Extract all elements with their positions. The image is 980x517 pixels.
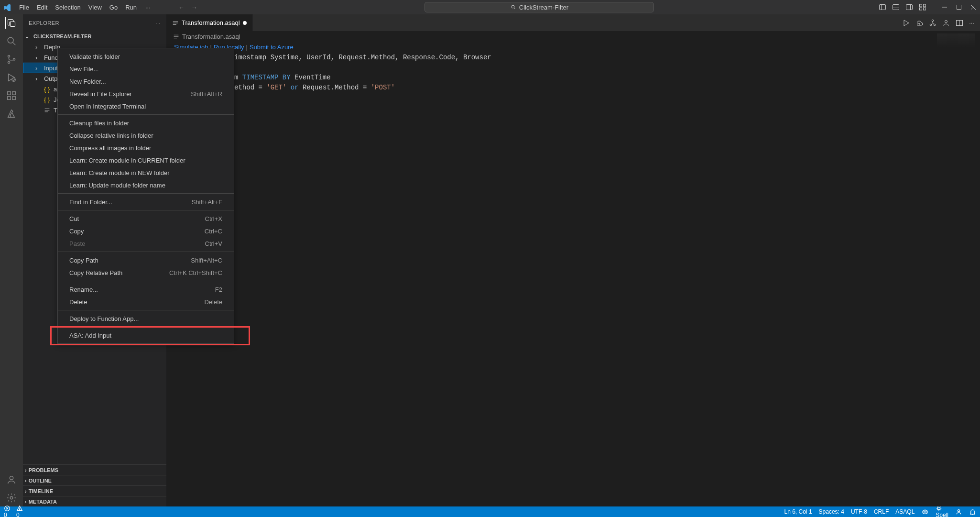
diagram-icon[interactable]: [929, 19, 936, 27]
svg-point-53: [958, 509, 959, 511]
tree-label: Outp: [44, 75, 57, 82]
azure-icon[interactable]: [6, 108, 17, 120]
section-problems[interactable]: ›PROBLEMS: [23, 464, 166, 475]
code-editor[interactable]: SELECT System.Timestamp Systime, UserId,…: [166, 53, 980, 506]
person-icon[interactable]: [942, 19, 950, 27]
editor-tab-transformation[interactable]: Transformation.asaql: [166, 14, 253, 31]
svg-rect-13: [957, 5, 961, 10]
status-ln-6-col-1[interactable]: Ln 6, Col 1: [784, 508, 812, 515]
layout-bottom-icon[interactable]: [892, 3, 900, 11]
status-crlf[interactable]: CRLF: [874, 508, 889, 515]
svg-rect-10: [920, 8, 922, 10]
menu-edit[interactable]: Edit: [33, 3, 51, 12]
source-control-icon[interactable]: [6, 54, 17, 65]
ctx-deploy-to-function-app[interactable]: Deploy to Function App...: [58, 312, 234, 325]
json-icon: { }: [44, 86, 52, 93]
menu-file[interactable]: File: [15, 3, 33, 12]
settings-gear-icon[interactable]: [6, 492, 17, 504]
chevron-right-icon: ›: [35, 65, 42, 72]
status-errors[interactable]: 0: [4, 505, 11, 517]
svg-rect-6: [906, 5, 913, 10]
layout-left-icon[interactable]: [879, 3, 886, 11]
status-warnings[interactable]: 0: [16, 505, 23, 517]
ctx-learn-update-module-folder-name[interactable]: Learn: Update module folder name: [58, 179, 234, 191]
menu-selection[interactable]: Selection: [51, 3, 84, 12]
command-center[interactable]: ClickStream-Filter: [425, 2, 654, 12]
search-icon: [511, 4, 516, 10]
status-utf-8[interactable]: UTF-8: [851, 508, 867, 515]
ctx-reveal-in-file-explorer[interactable]: Reveal in File ExplorerShift+Alt+R: [58, 88, 234, 100]
code-lens-actions: Simulate job|Run locally|Submit to Azure: [166, 42, 980, 53]
tab-dirty-dot-icon: [243, 21, 247, 25]
status-spell[interactable]: Spell: [936, 505, 948, 517]
svg-rect-49: [923, 510, 927, 514]
ctx-rename[interactable]: Rename...F2: [58, 283, 234, 296]
search-activity-icon[interactable]: [6, 35, 17, 47]
split-editor-icon[interactable]: [956, 19, 963, 27]
ctx-new-folder[interactable]: New Folder...: [58, 75, 234, 88]
svg-point-17: [8, 37, 13, 43]
ctx-collapse-relative-links-in-folder[interactable]: Collapse relative links in folder: [58, 129, 234, 142]
section-metadata[interactable]: ›METADATA: [23, 496, 166, 506]
svg-point-0: [512, 5, 514, 8]
svg-rect-8: [920, 4, 922, 7]
vscode-logo-icon: [4, 3, 11, 11]
section-outline[interactable]: ›OUTLINE: [23, 475, 166, 485]
window-minimize-icon[interactable]: [942, 4, 947, 10]
ctx-asa-add-input[interactable]: ASA: Add Input: [58, 329, 234, 341]
explorer-title: EXPLORER: [29, 20, 59, 26]
svg-rect-2: [880, 5, 886, 10]
status-asaql[interactable]: ASAQL: [895, 508, 915, 515]
menu-run[interactable]: Run: [121, 3, 141, 12]
ctx-compress-all-images-in-folder[interactable]: Compress all images in folder: [58, 142, 234, 154]
menu-view[interactable]: View: [85, 3, 106, 12]
menu-go[interactable]: Go: [106, 3, 121, 12]
svg-line-18: [13, 43, 16, 45]
editor-more-icon[interactable]: ···: [969, 19, 974, 26]
ctx-validate-this-folder[interactable]: Validate this folder: [58, 50, 234, 63]
ctx-learn-create-module-in-current-folder[interactable]: Learn: Create module in CURRENT folder: [58, 154, 234, 166]
nav-back-icon[interactable]: ←: [175, 4, 187, 11]
minimap[interactable]: [937, 33, 975, 48]
ctx-copy[interactable]: CopyCtrl+C: [58, 225, 234, 237]
svg-rect-9: [924, 4, 926, 7]
ctx-open-in-integrated-terminal[interactable]: Open in Integrated Terminal: [58, 100, 234, 112]
status-copilot-icon[interactable]: [921, 508, 929, 516]
ctx-delete[interactable]: DeleteDelete: [58, 296, 234, 308]
status-feedback-icon[interactable]: [955, 508, 962, 516]
layout-right-icon[interactable]: [905, 3, 913, 11]
breadcrumb[interactable]: Transformation.asaql: [166, 31, 980, 42]
run-icon[interactable]: [902, 19, 910, 27]
chevron-right-icon: ›: [35, 75, 42, 82]
ctx-find-in-folder[interactable]: Find in Folder...Shift+Alt+F: [58, 196, 234, 208]
status-bell-icon[interactable]: [969, 508, 976, 516]
layout-customize-icon[interactable]: [919, 3, 926, 11]
svg-point-38: [945, 20, 947, 22]
ctx-copy-relative-path[interactable]: Copy Relative PathCtrl+K Ctrl+Shift+C: [58, 266, 234, 279]
svg-point-21: [13, 58, 15, 60]
deploy-icon[interactable]: [915, 19, 923, 27]
ctx-cleanup-files-in-folder[interactable]: Cleanup files in folder: [58, 117, 234, 129]
codelens-submit-to-azure[interactable]: Submit to Azure: [250, 44, 294, 51]
status-spaces-4[interactable]: Spaces: 4: [819, 508, 844, 515]
explorer-icon[interactable]: [5, 17, 16, 29]
explorer-more-icon[interactable]: ···: [155, 20, 161, 26]
ctx-cut[interactable]: CutCtrl+X: [58, 212, 234, 225]
ctx-copy-path[interactable]: Copy PathShift+Alt+C: [58, 254, 234, 266]
chevron-right-icon: ›: [25, 488, 27, 494]
run-debug-icon[interactable]: [6, 72, 17, 83]
extensions-icon[interactable]: [6, 90, 17, 101]
file-icon: [44, 107, 52, 113]
menu-overflow[interactable]: ···: [142, 3, 154, 12]
nav-forward-icon[interactable]: →: [188, 4, 200, 11]
chevron-down-icon: ⌄: [25, 33, 32, 40]
chevron-right-icon: ›: [25, 467, 27, 473]
window-close-icon[interactable]: [970, 4, 976, 10]
ctx-new-file[interactable]: New File...: [58, 63, 234, 75]
menu-bar: FileEditSelectionViewGoRun: [15, 3, 141, 12]
accounts-icon[interactable]: [6, 474, 17, 485]
ctx-learn-create-module-in-new-folder[interactable]: Learn: Create module in NEW folder: [58, 166, 234, 179]
section-timeline[interactable]: ›TIMELINE: [23, 485, 166, 496]
project-section-header[interactable]: ⌄ CLICKSTREAM-FILTER: [23, 31, 166, 42]
window-maximize-icon[interactable]: [956, 4, 962, 10]
